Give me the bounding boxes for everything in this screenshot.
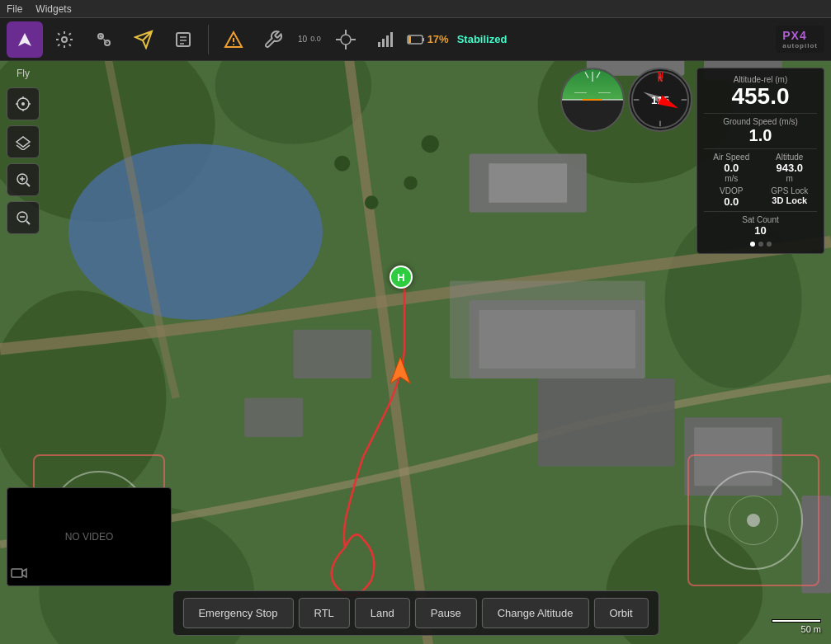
altitude-rel-value: 455.0	[704, 84, 817, 110]
svg-point-5	[100, 35, 102, 37]
sidebar: Fly	[7, 68, 40, 234]
land-button[interactable]: Land	[355, 598, 410, 628]
logs-button[interactable]	[165, 21, 201, 58]
svg-point-1	[62, 37, 67, 42]
svg-rect-23	[408, 36, 411, 43]
compass: N 115 N	[628, 68, 692, 132]
svg-point-49	[365, 195, 379, 209]
page-indicators	[704, 242, 817, 247]
fly-label: Fly	[7, 68, 40, 79]
ground-speed-label: Ground Speed (m/s)	[704, 117, 817, 126]
svg-point-46	[334, 156, 350, 172]
flight-mode-status: Stabilized	[457, 33, 508, 45]
scale-label: 50 m	[801, 624, 821, 634]
ground-speed-value: 1.0	[704, 126, 817, 145]
emergency-stop-button[interactable]: Emergency Stop	[182, 598, 293, 628]
compass-north-label: N	[657, 71, 663, 80]
scale-indicator: 50 m	[772, 619, 821, 634]
zoom-out-button[interactable]	[7, 201, 40, 234]
menu-bar: File Widgets	[0, 0, 831, 18]
svg-rect-20	[390, 32, 393, 47]
svg-rect-19	[386, 35, 389, 47]
svg-point-48	[422, 135, 439, 153]
dot-3	[767, 242, 772, 247]
altitude-cell: Altitude 943.0 m	[763, 153, 818, 183]
telemetry-panel: Altitude-rel (m) 455.0 Ground Speed (m/s…	[696, 68, 824, 254]
svg-rect-22	[423, 38, 424, 41]
rtl-button[interactable]: RTL	[299, 598, 350, 628]
center-map-button[interactable]	[7, 87, 40, 120]
change-altitude-button[interactable]: Change Altitude	[482, 598, 589, 628]
svg-point-47	[404, 176, 418, 190]
instrument-cluster: N 115 N	[560, 68, 692, 132]
main-area: H Fly	[0, 61, 831, 644]
battery-status: 17%	[407, 33, 449, 45]
action-bar: Emergency Stop RTL Land Pause Change Alt…	[172, 590, 659, 636]
toolbar-divider-1	[208, 25, 209, 54]
widgets-menu[interactable]: Widgets	[35, 3, 71, 15]
svg-rect-73	[12, 569, 22, 577]
attitude-crosshair	[583, 99, 602, 101]
svg-point-52	[21, 102, 25, 106]
px4-logo: PX4 autopilot	[776, 26, 824, 53]
joystick-dot	[747, 514, 760, 527]
dot-1	[750, 242, 755, 247]
svg-point-11	[233, 44, 234, 45]
svg-marker-0	[18, 33, 31, 46]
vehicle-button[interactable]	[328, 21, 364, 58]
home-marker: H	[390, 266, 413, 289]
svg-point-32	[68, 144, 323, 320]
svg-line-62	[26, 221, 30, 224]
gps-lock-cell: GPS Lock 3D Lock	[763, 186, 818, 208]
roll-indicators	[587, 72, 599, 82]
orbit-button[interactable]: Orbit	[593, 598, 648, 628]
svg-rect-45	[450, 280, 645, 378]
svg-rect-34	[489, 163, 567, 202]
send-button[interactable]	[125, 21, 162, 58]
svg-line-58	[26, 183, 30, 186]
svg-point-12	[341, 35, 351, 45]
dot-2	[758, 242, 763, 247]
attitude-indicator	[560, 68, 625, 132]
svg-rect-18	[382, 39, 385, 47]
pitch-line	[598, 92, 611, 93]
svg-rect-42	[244, 398, 303, 437]
fly-button[interactable]	[7, 21, 43, 58]
settings-button[interactable]	[46, 21, 83, 58]
right-joystick[interactable]	[687, 454, 819, 586]
warning-button[interactable]	[215, 21, 252, 58]
vdop-cell: VDOP 0.0	[704, 186, 759, 208]
toolbar: 10 0.0 17% Stabilized PX4 autopilot	[0, 18, 831, 61]
svg-rect-17	[378, 42, 380, 47]
signal-button[interactable]	[367, 21, 404, 58]
zoom-in-button[interactable]	[7, 163, 40, 196]
svg-line-4	[101, 36, 107, 43]
video-icon	[11, 567, 27, 582]
pause-button[interactable]: Pause	[415, 598, 477, 628]
telemetry-grid: Air Speed 0.0 m/s Altitude 943.0 m VDOP …	[704, 148, 817, 208]
svg-rect-37	[538, 378, 675, 467]
scale-bar	[772, 619, 821, 623]
firmware-button[interactable]	[255, 21, 291, 58]
file-menu[interactable]: File	[7, 3, 22, 15]
no-video-label: NO VIDEO	[65, 531, 114, 543]
pitch-line	[574, 92, 587, 93]
layers-button[interactable]	[7, 125, 40, 158]
ground-speed-section: Ground Speed (m/s) 1.0	[704, 113, 817, 145]
sat-count-section: Sat Count 10	[704, 211, 817, 237]
video-feed: NO VIDEO	[7, 487, 172, 586]
attitude-ground	[562, 100, 623, 130]
link-status: 10 0.0	[295, 32, 324, 47]
waypoints-button[interactable]	[86, 21, 122, 58]
svg-rect-41	[293, 330, 371, 378]
air-speed-cell: Air Speed 0.0 m/s	[704, 153, 759, 183]
